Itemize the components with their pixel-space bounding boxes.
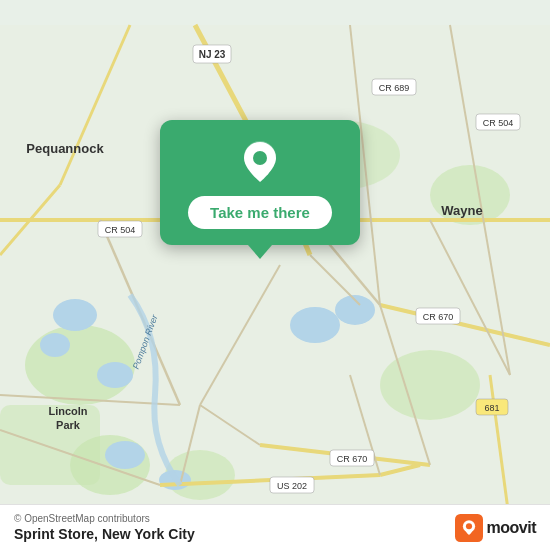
svg-text:CR 670: CR 670 [423,312,454,322]
moovit-text: moovit [487,519,536,537]
svg-point-9 [40,333,70,357]
svg-point-62 [253,151,267,165]
moovit-logo[interactable]: moovit [455,514,536,542]
svg-text:NJ 23: NJ 23 [199,49,226,60]
svg-text:CR 670: CR 670 [337,454,368,464]
location-name: Sprint Store, New York City [14,526,195,542]
svg-text:681: 681 [484,403,499,413]
svg-point-10 [97,362,133,388]
svg-point-8 [53,299,97,331]
map-container: NJ 23 CR 689 CR 504 CR 504 CR 670 CR 670… [0,0,550,550]
svg-text:US 202: US 202 [277,481,307,491]
copyright-text: © OpenStreetMap contributors [14,513,195,524]
bottom-bar: © OpenStreetMap contributors Sprint Stor… [0,504,550,550]
svg-text:Lincoln: Lincoln [48,405,87,417]
svg-rect-7 [0,405,100,485]
svg-point-65 [465,523,471,529]
svg-point-4 [380,350,480,420]
pin-icon [236,138,284,186]
moovit-logo-icon [455,514,483,542]
svg-text:Pequannock: Pequannock [26,141,104,156]
svg-text:CR 504: CR 504 [483,118,514,128]
svg-text:Park: Park [56,419,81,431]
svg-text:CR 689: CR 689 [379,83,410,93]
map-background: NJ 23 CR 689 CR 504 CR 504 CR 670 CR 670… [0,0,550,550]
svg-text:CR 504: CR 504 [105,225,136,235]
svg-text:Wayne: Wayne [441,203,482,218]
take-me-there-button[interactable]: Take me there [188,196,332,229]
popup-card: Take me there [160,120,360,245]
svg-point-13 [105,441,145,469]
svg-point-11 [290,307,340,343]
bottom-left: © OpenStreetMap contributors Sprint Stor… [14,513,195,542]
